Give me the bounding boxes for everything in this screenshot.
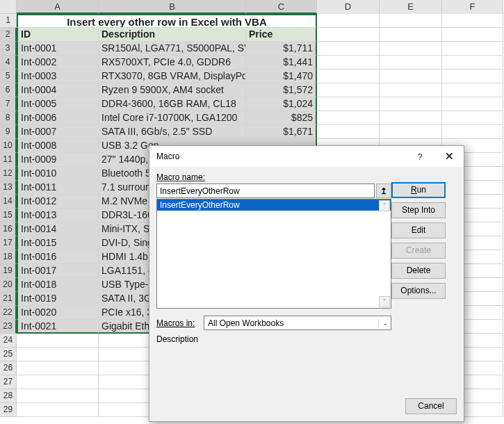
row-header[interactable]: 20 (0, 278, 17, 292)
cell[interactable] (17, 334, 99, 348)
cell[interactable] (17, 375, 99, 389)
cell[interactable] (380, 97, 442, 111)
cell-desc[interactable]: Ryzen 9 5900X, AM4 socket (99, 83, 246, 97)
cell-id[interactable]: Int-0005 (17, 97, 99, 111)
cell-id[interactable]: Int-0002 (17, 56, 99, 70)
cell[interactable] (17, 389, 99, 403)
row-header[interactable]: 1 (0, 14, 17, 28)
cell-desc[interactable]: SATA III, 6Gb/s, 2.5" SSD (99, 125, 246, 139)
cell[interactable] (317, 111, 380, 125)
cell[interactable] (442, 28, 503, 42)
cell[interactable] (442, 42, 503, 56)
cell[interactable] (442, 14, 503, 28)
row-header[interactable]: 29 (0, 403, 17, 417)
col-header-a[interactable]: A (17, 0, 99, 14)
run-button[interactable]: Run (391, 182, 446, 198)
row-header[interactable]: 28 (0, 389, 17, 403)
cancel-button[interactable]: Cancel (405, 398, 457, 414)
cell-id[interactable]: Int-0003 (17, 70, 99, 83)
cell[interactable] (17, 403, 99, 417)
cell[interactable] (317, 70, 380, 83)
edit-button[interactable]: Edit (391, 222, 446, 238)
row-header[interactable]: 6 (0, 83, 17, 97)
header-id[interactable]: ID (17, 28, 99, 42)
close-button[interactable]: ✕ (434, 147, 464, 166)
cell-id[interactable]: Int-0020 (17, 306, 99, 320)
cell-id[interactable]: Int-0021 (17, 320, 99, 334)
cell[interactable] (380, 83, 442, 97)
row-header[interactable]: 7 (0, 97, 17, 111)
cell-price[interactable]: $1,470 (246, 70, 317, 83)
cell-id[interactable]: Int-0001 (17, 42, 99, 56)
row-header[interactable]: 4 (0, 56, 17, 70)
row-header[interactable]: 8 (0, 111, 17, 125)
cell-price[interactable]: $1,441 (246, 56, 317, 70)
cell-id[interactable]: Int-0016 (17, 250, 99, 264)
cell[interactable] (380, 42, 442, 56)
cell-id[interactable]: Int-0017 (17, 264, 99, 278)
cell-desc[interactable]: Intel Core i7-10700K, LGA1200 (99, 111, 246, 125)
cell-id[interactable]: Int-0007 (17, 125, 99, 139)
row-header[interactable]: 21 (0, 292, 17, 306)
cell-id[interactable]: Int-0019 (17, 292, 99, 306)
row-header[interactable]: 10 (0, 139, 17, 153)
cell-price[interactable]: $1,711 (246, 42, 317, 56)
col-header-c[interactable]: C (246, 0, 317, 14)
cell[interactable] (442, 125, 503, 139)
select-all-corner[interactable] (0, 0, 17, 13)
cell[interactable] (317, 56, 380, 70)
step-into-button[interactable]: Step Into (391, 202, 446, 218)
cell-id[interactable]: Int-0015 (17, 236, 99, 250)
cell-price[interactable]: $1,572 (246, 83, 317, 97)
row-header[interactable]: 11 (0, 153, 17, 167)
cell-id[interactable]: Int-0004 (17, 83, 99, 97)
scroll-down-button[interactable]: ˅ (379, 296, 390, 307)
cell[interactable] (317, 28, 380, 42)
cell-price[interactable]: $1,024 (246, 97, 317, 111)
col-header-e[interactable]: E (380, 0, 442, 14)
row-header[interactable]: 27 (0, 375, 17, 389)
cell-id[interactable]: Int-0012 (17, 195, 99, 209)
col-header-f[interactable]: F (442, 0, 503, 14)
cell-id[interactable]: Int-0013 (17, 209, 99, 222)
row-header[interactable]: 12 (0, 167, 17, 181)
col-header-d[interactable]: D (317, 0, 380, 14)
help-button[interactable]: ? (405, 147, 434, 166)
cell[interactable] (317, 97, 380, 111)
cell[interactable] (317, 83, 380, 97)
header-price[interactable]: Price (246, 28, 317, 42)
header-desc[interactable]: Description (99, 28, 246, 42)
cell-price[interactable]: $1,671 (246, 125, 317, 139)
row-header[interactable]: 18 (0, 250, 17, 264)
macro-name-input[interactable] (156, 184, 375, 198)
row-header[interactable]: 26 (0, 361, 17, 375)
cell[interactable] (380, 14, 442, 28)
row-header[interactable]: 19 (0, 264, 17, 278)
cell[interactable] (380, 70, 442, 83)
cell-id[interactable]: Int-0011 (17, 181, 99, 195)
cell-price[interactable]: $825 (246, 111, 317, 125)
cell[interactable] (317, 42, 380, 56)
title-cell[interactable]: Insert every other row in Excel with VBA (17, 14, 317, 28)
macro-list-item[interactable]: InsertEveryOtherRow (157, 199, 391, 211)
cell[interactable] (442, 111, 503, 125)
cell[interactable] (380, 28, 442, 42)
cell[interactable] (380, 111, 442, 125)
reference-go-button[interactable]: ↥ (376, 184, 391, 198)
row-header[interactable]: 16 (0, 222, 17, 236)
row-header[interactable]: 17 (0, 236, 17, 250)
delete-button[interactable]: Delete (391, 263, 446, 279)
cell-id[interactable]: Int-0018 (17, 278, 99, 292)
cell-id[interactable]: Int-0014 (17, 222, 99, 236)
cell[interactable] (442, 83, 503, 97)
row-header[interactable]: 9 (0, 125, 17, 139)
cell-id[interactable]: Int-0006 (17, 111, 99, 125)
row-header[interactable]: 25 (0, 348, 17, 361)
row-header[interactable]: 15 (0, 209, 17, 222)
cell[interactable] (442, 56, 503, 70)
cell[interactable] (317, 125, 380, 139)
macro-listbox[interactable]: InsertEveryOtherRow ˄ ˅ (156, 199, 391, 309)
cell-id[interactable]: Int-0010 (17, 167, 99, 181)
cell-desc[interactable]: RTX3070, 8GB VRAM, DisplayPort (99, 70, 246, 83)
macros-in-dropdown[interactable]: All Open Workbooks ⌄ (204, 316, 391, 330)
